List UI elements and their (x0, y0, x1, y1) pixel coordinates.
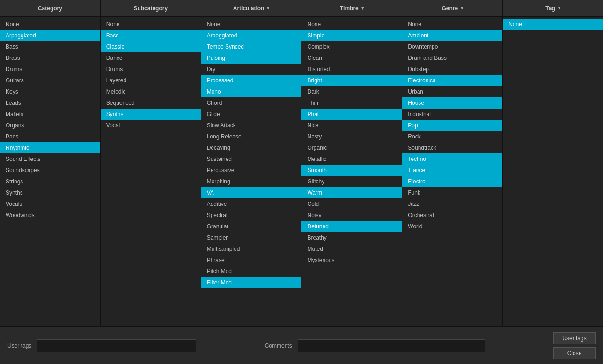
list-item[interactable]: Spectral (201, 210, 302, 221)
list-item[interactable]: Arpeggiated (0, 30, 100, 41)
list-item[interactable]: Detuned (302, 221, 402, 232)
list-item[interactable]: Smooth (302, 165, 402, 176)
user-tags-button[interactable]: User tags (553, 332, 596, 344)
list-item[interactable]: Dubstep (402, 64, 502, 75)
list-item[interactable]: Chord (201, 97, 302, 109)
column-header-tag[interactable]: Tag▾ (503, 0, 603, 17)
list-item[interactable]: Decaying (201, 142, 302, 153)
list-item[interactable]: Soundtrack (402, 142, 502, 153)
list-item[interactable]: Vocals (0, 198, 100, 210)
list-item[interactable]: Mysterious (302, 255, 402, 266)
list-item[interactable]: Melodic (101, 86, 201, 97)
list-item[interactable]: None (201, 19, 302, 30)
list-item[interactable]: Layered (101, 75, 201, 86)
column-header-articulation[interactable]: Articulation▾ (201, 0, 302, 17)
list-item[interactable]: Additive (201, 198, 302, 210)
list-item[interactable]: Nice (302, 120, 402, 131)
list-item[interactable]: Pop (402, 120, 502, 131)
list-item[interactable]: Morphing (201, 176, 302, 187)
list-item[interactable]: Trance (402, 165, 502, 176)
list-item[interactable]: None (101, 19, 201, 30)
list-item[interactable]: Woodwinds (0, 210, 100, 221)
list-item[interactable]: Bass (0, 41, 100, 52)
list-item[interactable]: VA (201, 187, 302, 198)
list-item[interactable]: Granular (201, 221, 302, 232)
list-item[interactable]: Keys (0, 86, 100, 97)
list-item[interactable]: Glitchy (302, 176, 402, 187)
comments-input[interactable] (298, 339, 485, 352)
list-item[interactable]: Bright (302, 75, 402, 86)
list-item[interactable]: Techno (402, 153, 502, 165)
list-item[interactable]: Multisampled (201, 243, 302, 255)
list-item[interactable]: Vocal (101, 120, 201, 131)
list-item[interactable]: Dry (201, 64, 302, 75)
list-item[interactable]: Electronica (402, 75, 502, 86)
list-item[interactable]: Soundscapes (0, 165, 100, 176)
list-item[interactable]: Ambient (402, 30, 502, 41)
list-item[interactable]: Nasty (302, 131, 402, 142)
list-item[interactable]: Pitch Mod (201, 266, 302, 277)
list-item[interactable]: Distorted (302, 64, 402, 75)
list-item[interactable]: Complex (302, 41, 402, 52)
list-item[interactable]: Industrial (402, 109, 502, 120)
list-item[interactable]: Processed (201, 75, 302, 86)
list-item[interactable]: Guitars (0, 75, 100, 86)
close-button[interactable]: Close (553, 347, 596, 359)
column-header-genre[interactable]: Genre▾ (402, 0, 502, 17)
list-item[interactable]: Organs (0, 120, 100, 131)
list-item[interactable]: Clean (302, 52, 402, 64)
list-item[interactable]: Drum and Bass (402, 52, 502, 64)
list-item[interactable]: Simple (302, 30, 402, 41)
list-item[interactable]: Glide (201, 109, 302, 120)
column-header-timbre[interactable]: Timbre▾ (302, 0, 402, 17)
list-item[interactable]: Dark (302, 86, 402, 97)
list-item[interactable]: Brass (0, 52, 100, 64)
list-item[interactable]: Electro (402, 176, 502, 187)
list-item[interactable]: Downtempo (402, 41, 502, 52)
list-item[interactable]: Phrase (201, 255, 302, 266)
list-item[interactable]: Sequenced (101, 97, 201, 109)
list-item[interactable]: Sound Effects (0, 153, 100, 165)
list-item[interactable]: Arpeggiated (201, 30, 302, 41)
user-tags-input[interactable] (37, 339, 196, 352)
list-item[interactable]: Classic (101, 41, 201, 52)
list-item[interactable]: Cold (302, 198, 402, 210)
list-item[interactable]: Breathy (302, 232, 402, 243)
list-item[interactable]: Urban (402, 86, 502, 97)
list-item[interactable]: Thin (302, 97, 402, 109)
list-item[interactable]: Percussive (201, 165, 302, 176)
list-item[interactable]: Jazz (402, 198, 502, 210)
list-item[interactable]: Warm (302, 187, 402, 198)
list-item[interactable]: Tempo Synced (201, 41, 302, 52)
list-item[interactable]: Slow Attack (201, 120, 302, 131)
list-item[interactable]: House (402, 97, 502, 109)
list-item[interactable]: Metallic (302, 153, 402, 165)
list-item[interactable]: Synths (0, 187, 100, 198)
list-item[interactable]: Pulsing (201, 52, 302, 64)
list-item[interactable]: Drums (101, 64, 201, 75)
list-item[interactable]: Phat (302, 109, 402, 120)
list-item[interactable]: Orchestral (402, 210, 502, 221)
list-item[interactable]: Pads (0, 131, 100, 142)
list-item[interactable]: Dance (101, 52, 201, 64)
list-item[interactable]: None (402, 19, 502, 30)
list-item[interactable]: Drums (0, 64, 100, 75)
list-item[interactable]: Noisy (302, 210, 402, 221)
list-item[interactable]: Organic (302, 142, 402, 153)
list-item[interactable]: Mallets (0, 109, 100, 120)
list-item[interactable]: None (503, 19, 603, 30)
list-item[interactable]: Muted (302, 243, 402, 255)
list-item[interactable]: Leads (0, 97, 100, 109)
list-item[interactable]: Rock (402, 131, 502, 142)
list-item[interactable]: None (0, 19, 100, 30)
list-item[interactable]: Filter Mod (201, 277, 302, 288)
list-item[interactable]: Bass (101, 30, 201, 41)
list-item[interactable]: Mono (201, 86, 302, 97)
list-item[interactable]: Sustained (201, 153, 302, 165)
list-item[interactable]: None (302, 19, 402, 30)
list-item[interactable]: Synths (101, 109, 201, 120)
list-item[interactable]: Long Release (201, 131, 302, 142)
list-item[interactable]: World (402, 221, 502, 232)
list-item[interactable]: Strings (0, 176, 100, 187)
list-item[interactable]: Rhythmic (0, 142, 100, 153)
